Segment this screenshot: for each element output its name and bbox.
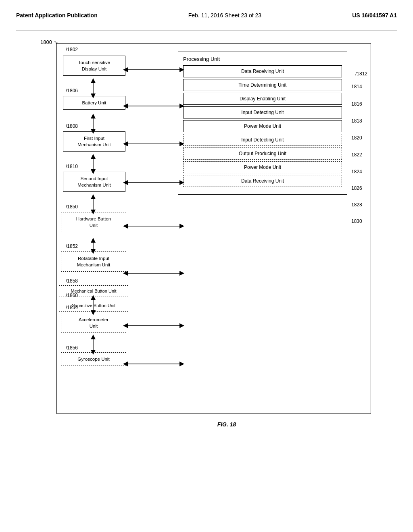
unit-1824: Input Detecting Unit [183, 134, 342, 146]
unit-1802-label: Touch-sensitiveDisplay Unit [78, 60, 110, 71]
ref-1816: 1816 [351, 101, 362, 107]
diagram-id-label: 1800 ↘ [40, 39, 58, 45]
unit-1826: Output Producing Unit [183, 148, 342, 160]
unit-1810: Second InputMechanism Unit [63, 172, 125, 192]
ref-1812: /1812 [355, 71, 367, 77]
ref-1858: /1858 [66, 278, 78, 284]
ref-1856: /1856 [66, 345, 78, 351]
unit-1820: Input Detecting Unit [183, 106, 342, 118]
unit-1828-label: Power Mode Unit [244, 164, 281, 170]
header-patent-number: US 16/041597 A1 [352, 12, 397, 19]
unit-1860-label: Capacitive Button Unit [72, 303, 116, 308]
unit-1854: AccelerometerUnit [61, 313, 126, 333]
processing-unit-box: Processing Unit Data Receiving Unit Time… [178, 52, 347, 195]
unit-1802: Touch-sensitiveDisplay Unit [63, 56, 125, 76]
main-diagram-box: Touch-sensitiveDisplay Unit /1802 Batter… [56, 43, 371, 414]
unit-1814: Data Receiving Unit [183, 65, 342, 77]
unit-1806: Battery Unit [63, 96, 125, 110]
page: Patent Application Publication Feb. 11, … [0, 0, 413, 532]
processing-unit-title: Processing Unit [183, 56, 342, 62]
unit-1816-label: Time Determining Unit [239, 82, 287, 88]
unit-1808-label: First InputMechanism Unit [77, 136, 111, 147]
unit-1816: Time Determining Unit [183, 79, 342, 91]
unit-1810-label: Second InputMechanism Unit [77, 176, 111, 187]
unit-1820-label: Input Detecting Unit [241, 110, 284, 115]
unit-1818: Display Enabling Unit [183, 93, 342, 105]
ref-1802: /1802 [66, 47, 78, 52]
unit-1830: Data Receiving Unit [183, 175, 342, 187]
ref-1814: 1814 [351, 84, 362, 89]
page-header: Patent Application Publication Feb. 11, … [16, 8, 397, 31]
ref-1822: 1822 [351, 152, 362, 158]
unit-1814-label: Data Receiving Unit [241, 69, 284, 74]
ref-1852: /1852 [66, 243, 78, 249]
unit-1852: Rotatable InputMechanism Unit [61, 251, 126, 272]
unit-1818-label: Display Enabling Unit [240, 96, 286, 102]
header-publication: Patent Application Publication [16, 12, 98, 19]
unit-1826-label: Output Producing Unit [239, 151, 286, 156]
unit-1828: Power Mode Unit [183, 161, 342, 173]
unit-1806-label: Battery Unit [82, 100, 106, 105]
unit-1850: Hardware ButtonUnit [61, 212, 126, 232]
unit-1852-label: Rotatable InputMechanism Unit [77, 256, 110, 267]
unit-1854-label: AccelerometerUnit [79, 317, 108, 328]
unit-1808: First InputMechanism Unit [63, 131, 125, 152]
unit-1822-label: Power Mode Unit [244, 123, 281, 129]
ref-1824: 1824 [351, 169, 362, 175]
unit-1830-label: Data Receiving Unit [241, 178, 284, 184]
ref-1850: /1850 [66, 204, 78, 210]
figure-label: FIG. 18 [56, 421, 397, 428]
ref-1806: /1806 [66, 88, 78, 94]
ref-1808: /1808 [66, 123, 78, 129]
ref-1860: /1860 [66, 293, 78, 298]
ref-1820: 1820 [351, 135, 362, 141]
ref-1830: 1830 [351, 218, 362, 224]
unit-1824-label: Input Detecting Unit [241, 137, 284, 143]
ref-1826: 1826 [351, 185, 362, 191]
ref-1854: /1854 [66, 305, 78, 310]
unit-1850-label: Hardware ButtonUnit [76, 216, 111, 228]
header-date-sheet: Feb. 11, 2016 Sheet 23 of 23 [188, 12, 261, 19]
unit-1856-label: Gyroscope Unit [77, 357, 109, 362]
unit-1856: Gyroscope Unit [61, 352, 126, 366]
unit-1822: Power Mode Unit [183, 120, 342, 132]
ref-1818: 1818 [351, 118, 362, 124]
ref-1828: 1828 [351, 202, 362, 208]
ref-1810: /1810 [66, 164, 78, 169]
